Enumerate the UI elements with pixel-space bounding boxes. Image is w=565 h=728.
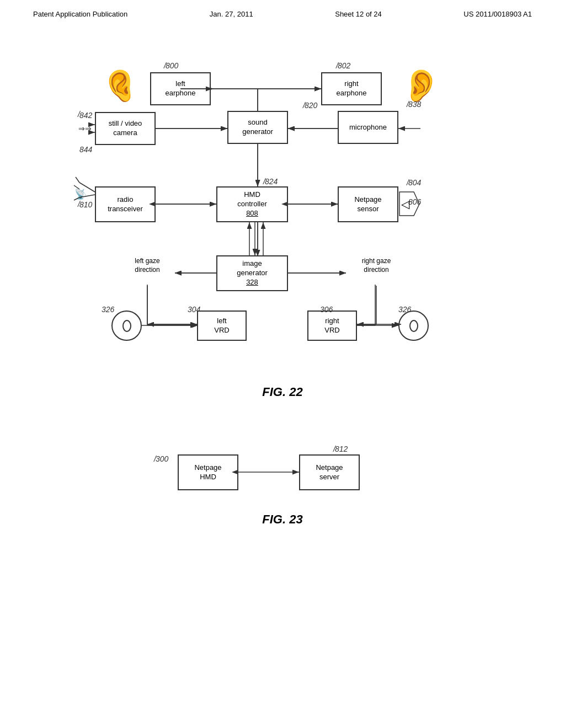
still-video-label: still / videocamera [109,119,142,138]
right-ear-icon: 👂 [401,67,441,104]
hmd-controller-label: HMDcontroller808 [237,190,266,218]
header-sheet: Sheet 12 of 24 [335,10,382,18]
header-left: Patent Application Publication [33,10,127,18]
ref-300: 300 [156,454,168,463]
image-generator-box: imagegenerator328 [216,255,288,291]
right-eye-icon [398,311,429,341]
netpage-hmd-box: NetpageHMD [178,454,238,490]
still-video-camera-box: still / videocamera [95,112,156,145]
left-eye-icon [111,311,142,341]
left-vrd-box: leftVRD [197,311,247,341]
ref-820: 820 [305,101,317,110]
left-vrd-label: leftVRD [214,317,229,335]
netpage-server-box: Netpageserver [299,454,360,490]
right-earphone-box: rightearphone [321,72,382,105]
ref-800: 800 [166,61,178,70]
svg-line-52 [76,177,79,183]
radio-transceiver-box: radiotransceiver [95,186,156,222]
page-header: Patent Application Publication Jan. 27, … [0,0,565,24]
ref-306: 306 [320,305,333,314]
ref-812: 812 [335,445,348,453]
ref-842: 842 [79,111,92,120]
header-date: Jan. 27, 2011 [210,10,253,18]
antenna-icon: 📡 [74,188,87,200]
netpage-sensor-label: Netpagesensor [354,195,381,214]
netpage-hmd-label: NetpageHMD [194,463,221,482]
hmd-controller-box: HMDcontroller808 [216,186,288,222]
fig22-label: FIG. 22 [0,385,565,399]
left-eye-pupil [122,320,131,332]
ref-838: 838 [408,100,421,109]
image-generator-label: imagegenerator328 [237,259,268,287]
header-patent: US 2011/0018903 A1 [463,10,532,18]
left-gaze-label: left gazedirection [120,257,175,274]
sound-generator-box: soundgenerator [227,111,288,144]
right-vrd-box: rightVRD [307,311,357,341]
fig23-diagram: 300 / NetpageHMD Netpageserver 812 / [145,432,420,510]
microphone-box: microphone [338,111,398,144]
left-ear-icon: 👂 [100,67,140,104]
ref-804: 804 [408,178,421,187]
left-earphone-box: leftearphone [150,72,211,105]
camera-arrows: ⇒⇒ [78,124,92,133]
sound-generator-label: soundgenerator [242,118,273,137]
netpage-server-label: Netpageserver [316,463,343,482]
ref-844: 844 [79,145,92,154]
fig23-label: FIG. 23 [0,512,565,527]
right-vrd-label: rightVRD [324,317,339,335]
sensor-shape: ◁ [401,197,409,211]
netpage-sensor-box: Netpagesensor [338,186,398,222]
microphone-label: microphone [349,123,387,132]
radio-transceiver-label: radiotransceiver [108,195,143,214]
ref-802: 802 [338,61,350,70]
fig22-diagram: 👂 800 / leftearphone rightearphone 802 /… [67,40,498,382]
right-earphone-label: rightearphone [337,79,367,98]
ref-326-left: 326 [102,305,114,314]
left-earphone-label: leftearphone [166,79,196,98]
right-gaze-label: right gazedirection [346,257,407,274]
right-eye-pupil [409,320,418,332]
ref-806: 806 [408,197,421,206]
ref-810: 810 [79,200,92,209]
ref-824: 824 [265,177,278,186]
